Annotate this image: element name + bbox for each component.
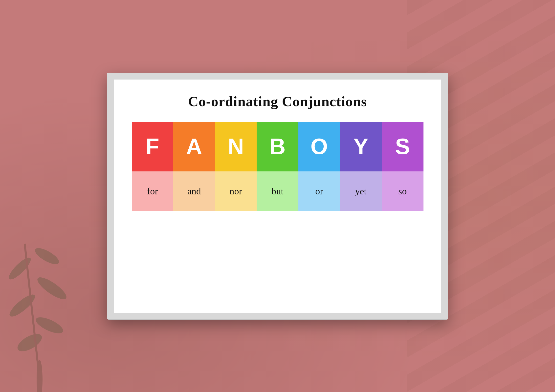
letter-o: O: [298, 122, 340, 171]
svg-line-7: [25, 244, 40, 380]
letter-b: B: [257, 122, 298, 171]
svg-point-4: [35, 274, 69, 303]
word-and: and: [173, 171, 215, 211]
letter-s: S: [382, 122, 423, 171]
svg-point-2: [34, 314, 65, 337]
fanboys-grid: F A N B O Y S for and nor but or yet so: [132, 122, 423, 211]
letter-a: A: [173, 122, 215, 171]
letter-y: Y: [340, 122, 382, 171]
letters-row: F A N B O Y S: [132, 122, 423, 171]
letter-n: N: [215, 122, 257, 171]
poster-title: Co-ordinating Conjunctions: [188, 93, 367, 110]
word-yet: yet: [340, 171, 382, 211]
svg-point-1: [15, 330, 44, 355]
letter-f: F: [132, 122, 174, 171]
word-so: so: [382, 171, 423, 211]
poster-frame: Co-ordinating Conjunctions F A N B O Y S…: [107, 73, 448, 320]
word-nor: nor: [215, 171, 257, 211]
plant-decoration: [0, 219, 79, 392]
words-row: for and nor but or yet so: [132, 171, 423, 211]
word-or: or: [298, 171, 340, 211]
word-for: for: [132, 171, 174, 211]
word-but: but: [257, 171, 298, 211]
svg-point-6: [33, 245, 61, 267]
poster-content: Co-ordinating Conjunctions F A N B O Y S…: [114, 80, 441, 313]
